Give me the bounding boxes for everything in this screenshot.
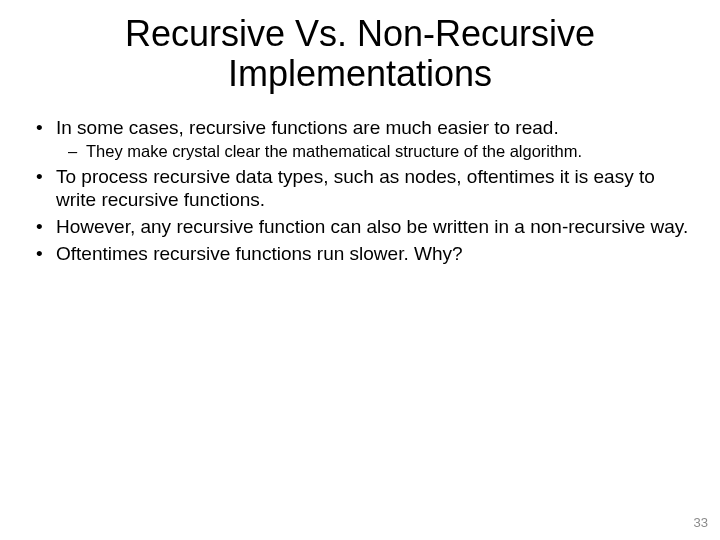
slide-title: Recursive Vs. Non-Recursive Implementati… bbox=[66, 14, 654, 95]
bullet-item: Oftentimes recursive functions run slowe… bbox=[26, 243, 694, 266]
sub-bullet-text: They make crystal clear the mathematical… bbox=[86, 142, 582, 160]
bullet-item: In some cases, recursive functions are m… bbox=[26, 117, 694, 163]
bullet-text: To process recursive data types, such as… bbox=[56, 166, 655, 210]
page-number: 33 bbox=[694, 515, 708, 530]
bullet-list: In some cases, recursive functions are m… bbox=[26, 117, 694, 266]
bullet-text: Oftentimes recursive functions run slowe… bbox=[56, 243, 463, 264]
slide: Recursive Vs. Non-Recursive Implementati… bbox=[0, 0, 720, 540]
bullet-item: To process recursive data types, such as… bbox=[26, 166, 694, 212]
bullet-text: However, any recursive function can also… bbox=[56, 216, 688, 237]
slide-body: In some cases, recursive functions are m… bbox=[26, 117, 694, 266]
sub-bullet-list: They make crystal clear the mathematical… bbox=[56, 142, 694, 162]
sub-bullet-item: They make crystal clear the mathematical… bbox=[56, 142, 694, 162]
bullet-item: However, any recursive function can also… bbox=[26, 216, 694, 239]
bullet-text: In some cases, recursive functions are m… bbox=[56, 117, 559, 138]
